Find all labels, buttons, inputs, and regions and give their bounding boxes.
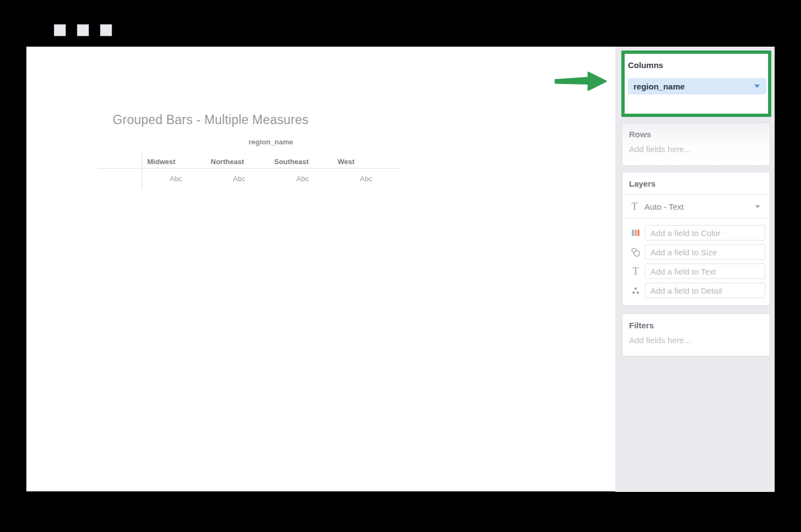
text-layer-icon: T: [629, 201, 640, 212]
column-header: West: [335, 158, 398, 166]
table-row: Abc Abc Abc Abc: [144, 175, 398, 183]
table-cell: Abc: [208, 175, 271, 183]
column-field-pill[interactable]: region_name: [628, 78, 766, 94]
column-header: Southeast: [271, 158, 335, 166]
window-controls: [54, 24, 112, 36]
column-header: Midwest: [144, 158, 208, 166]
table-vertical-divider: [142, 153, 142, 189]
window-button[interactable]: [77, 24, 89, 36]
filters-section-title: Filters: [622, 314, 770, 330]
pivot-field-label: region_name: [144, 138, 398, 146]
add-field-to-size-input[interactable]: [645, 244, 765, 260]
chevron-down-icon[interactable]: [754, 85, 760, 88]
layer-drop-fields: T: [622, 219, 770, 298]
layer-type-label: Auto - Text: [644, 202, 683, 211]
detail-field-row: [630, 283, 765, 298]
add-field-to-color-input[interactable]: [645, 225, 765, 240]
window-button[interactable]: [54, 24, 66, 36]
add-field-to-text-input[interactable]: [645, 264, 765, 279]
columns-section-highlight-box: Columns region_name: [621, 51, 771, 117]
visualization-canvas: Grouped Bars - Multiple Measures region_…: [26, 47, 615, 491]
size-field-row: [630, 244, 765, 260]
table-header-row: Midwest Northeast Southeast West: [144, 158, 398, 166]
layers-section-title: Layers: [622, 172, 770, 188]
table-cell: Abc: [271, 175, 335, 183]
column-field-label: region_name: [633, 82, 685, 91]
rows-section-title: Rows: [622, 123, 770, 139]
detail-dots-icon: [630, 286, 641, 295]
table-cell: Abc: [335, 175, 398, 183]
layer-type-dropdown[interactable]: T Auto - Text: [622, 195, 770, 219]
rows-dropzone-placeholder: Add fields here...: [622, 139, 770, 154]
filters-section[interactable]: Filters Add fields here...: [622, 313, 770, 356]
annotation-arrow-icon: [554, 70, 608, 94]
rows-section[interactable]: Rows Add fields here...: [622, 122, 770, 166]
color-field-row: [630, 225, 765, 240]
text-field-row: T: [630, 264, 765, 279]
app-window: Grouped Bars - Multiple Measures region_…: [0, 0, 801, 532]
text-icon: T: [630, 266, 641, 277]
chevron-down-icon[interactable]: [755, 205, 760, 208]
column-header: Northeast: [208, 158, 271, 166]
columns-section-title: Columns: [628, 60, 768, 70]
table-cell: Abc: [144, 175, 208, 183]
add-field-to-detail-input[interactable]: [645, 283, 765, 298]
size-circles-icon: [630, 247, 641, 257]
table-header-divider: [98, 168, 400, 169]
window-button[interactable]: [100, 24, 112, 36]
color-bars-icon: [630, 229, 641, 237]
filters-dropzone-placeholder: Add fields here...: [622, 330, 770, 345]
chart-title: Grouped Bars - Multiple Measures: [113, 113, 309, 127]
layers-section: Layers T Auto - Text T: [622, 172, 770, 306]
